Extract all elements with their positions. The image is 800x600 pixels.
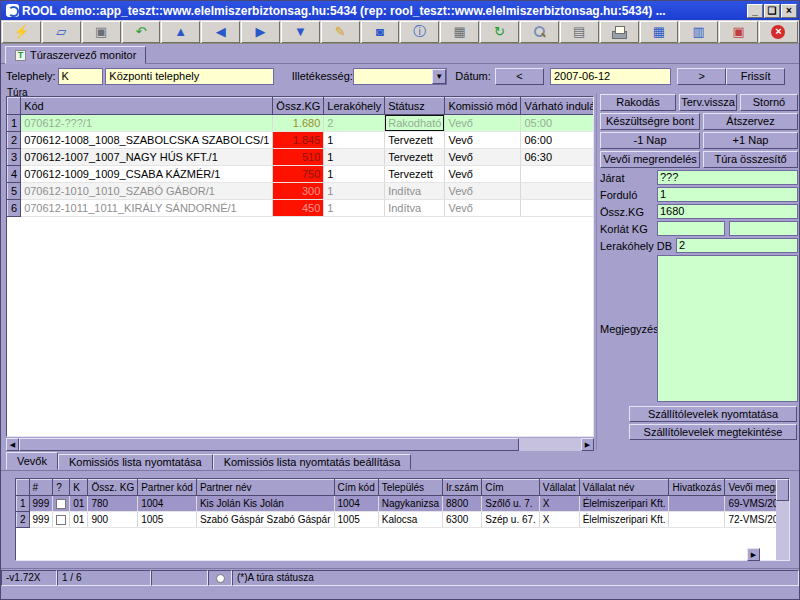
toolbar-button[interactable]: ◙: [361, 21, 400, 43]
tura-row[interactable]: 1 070612-???/1 1.680 2 Rakodható Vevő 05…: [8, 115, 595, 132]
col-cim[interactable]: Cím: [482, 480, 540, 496]
toolbar-button[interactable]: ▼: [281, 21, 320, 43]
lerakohely-db-field[interactable]: 2: [676, 238, 798, 253]
terv-vissza-button[interactable]: Terv.vissza: [679, 94, 737, 111]
toolbar-button[interactable]: ▲: [161, 21, 200, 43]
toolbar-button[interactable]: ×: [759, 21, 798, 43]
toolbar-button[interactable]: [520, 21, 559, 43]
col-lerakohely[interactable]: Lerakóhely: [324, 98, 385, 115]
col-partner-nev[interactable]: Partner név: [196, 480, 334, 496]
megjegyzes-textarea[interactable]: [657, 255, 798, 402]
vevok-row[interactable]: 2 999 01 900 1005 Szabó Gáspár Szabó Gás…: [17, 512, 777, 528]
telephely-name-input[interactable]: Központi telephely: [105, 68, 273, 85]
tura-row[interactable]: 2 070612-1008_1008_SZABOLCSKA SZABOLCS/1…: [8, 132, 595, 149]
scroll-right-icon[interactable]: ▶: [581, 438, 594, 451]
maximize-button[interactable]: ❏: [764, 4, 780, 18]
toolbar-button[interactable]: ▱: [42, 21, 81, 43]
toolbar-button[interactable]: ▦: [640, 21, 679, 43]
hscroll-track[interactable]: [519, 438, 581, 451]
toolbar-button[interactable]: ⓘ: [400, 21, 439, 43]
date-prev-button[interactable]: <: [495, 68, 544, 85]
toolbar-button[interactable]: ⚡: [2, 21, 41, 43]
toolbar: ⚡ ▱ ▣ ↶ ▲ ◀ ▶ ▼ ✎ ◙: [1, 20, 799, 44]
tab-komissios-lista-nyomtatas-beallitasa[interactable]: Komissiós lista nyomtatás beállítása: [213, 454, 412, 470]
col-question[interactable]: ?: [53, 480, 70, 496]
toolbar-button[interactable]: ▣: [82, 21, 121, 43]
hscroll-thumb[interactable]: [19, 438, 519, 451]
toolbar-button[interactable]: ▦: [440, 21, 479, 43]
col-hash[interactable]: #: [29, 480, 53, 496]
chevron-down-icon[interactable]: ▼: [432, 69, 446, 84]
vevok-row[interactable]: 1 999 01 780 1004 Kis Jolán Kis Jolán 10…: [17, 496, 777, 512]
row-checkbox[interactable]: [56, 499, 66, 509]
col-cim-kod[interactable]: Cím kód: [334, 480, 378, 496]
toolbar-button[interactable]: ▤: [560, 21, 599, 43]
illetekesseg-select[interactable]: ▼: [353, 68, 447, 85]
close-button[interactable]: ×: [781, 4, 797, 18]
telephely-code-input[interactable]: K: [58, 68, 104, 85]
korlat-kg-field-2[interactable]: [729, 221, 798, 236]
keszultsegre-bont-button[interactable]: Készültségre bont: [600, 113, 700, 130]
radio-icon: [216, 574, 225, 583]
col-vevoi-megrendeles-biz-szam[interactable]: Vevői megrendelés biz.szám: [725, 480, 776, 496]
info-icon: ⓘ: [413, 25, 426, 39]
tura-row[interactable]: 6 070612-1011_1011_KIRÁLY SÁNDORNÉ/1 450…: [8, 200, 595, 217]
col-ossz-kg[interactable]: Össz. KG: [88, 480, 138, 496]
row-checkbox[interactable]: [56, 515, 66, 525]
col-partner-kod[interactable]: Partner kód: [138, 480, 197, 496]
open-folder-icon: ▱: [56, 25, 66, 39]
tura-header-row: Kód Össz.KG Lerakóhely Státusz Komissió …: [8, 98, 595, 115]
tura-osszesito-button[interactable]: Túra összesítő: [703, 151, 798, 168]
korlat-kg-field-1[interactable]: [657, 221, 725, 236]
date-input[interactable]: 2007-06-12: [550, 68, 671, 85]
col-irszam[interactable]: Ir.szám: [443, 480, 482, 496]
vevoi-megrendeles-button[interactable]: Vevői megrendelés: [600, 151, 700, 168]
szallitolevelek-nyomtatasa-button[interactable]: Szállítólevelek nyomtatása: [629, 406, 797, 422]
col-vallalat[interactable]: Vállalat: [539, 480, 579, 496]
tura-row[interactable]: 4 070612-1009_1009_CSABA KÁZMÉR/1 750 1 …: [8, 166, 595, 183]
status-radio[interactable]: [208, 570, 232, 586]
tab-vevok[interactable]: Vevők: [6, 452, 58, 470]
storno-button[interactable]: Stornó: [740, 94, 798, 111]
toolbar-button[interactable]: ▶: [241, 21, 280, 43]
col-telepules[interactable]: Település: [378, 480, 442, 496]
col-varhato[interactable]: Várható indulás: [521, 98, 594, 115]
tura-row[interactable]: 5 070612-1010_1010_SZABÓ GÁBOR/1 300 1 I…: [8, 183, 595, 200]
date-next-button[interactable]: >: [677, 68, 726, 85]
fordulo-field[interactable]: 1: [657, 187, 798, 202]
search-icon: [533, 25, 546, 38]
toolbar-button[interactable]: [600, 21, 639, 43]
bottom-scroll-right-icon[interactable]: ▶: [747, 548, 760, 561]
rakodas-inditas-button[interactable]: Rakodás indítás: [600, 94, 676, 111]
plus-1-nap-button[interactable]: +1 Nap: [703, 132, 798, 149]
vevok-header-row: # ? K Össz. KG Partner kód Partner név C…: [17, 480, 777, 496]
osszkg-field[interactable]: 1680: [657, 204, 798, 219]
bottom-vscrollbar[interactable]: [776, 479, 789, 560]
first-record-icon: ▲: [174, 25, 187, 39]
toolbar-button[interactable]: ▣: [719, 21, 758, 43]
minimize-button[interactable]: _: [747, 4, 763, 18]
toolbar-button[interactable]: ▥: [679, 21, 718, 43]
toolbar-button[interactable]: ◀: [201, 21, 240, 43]
col-statusz[interactable]: Státusz: [385, 98, 445, 115]
scroll-left-icon[interactable]: ◀: [6, 438, 19, 451]
toolbar-button[interactable]: ✎: [321, 21, 360, 43]
tura-row[interactable]: 3 070612-1007_1007_NAGY HÚS KFT./1 510 1…: [8, 149, 595, 166]
szallitolevelek-megtekintese-button[interactable]: Szállítólevelek megtekintése: [629, 424, 797, 440]
toolbar-button[interactable]: ↻: [480, 21, 519, 43]
col-osszkg[interactable]: Össz.KG: [273, 98, 324, 115]
minus-1-nap-button[interactable]: -1 Nap: [600, 132, 700, 149]
col-k[interactable]: K: [70, 480, 88, 496]
refresh-button[interactable]: Frissít: [726, 68, 785, 85]
jarat-field[interactable]: ???: [657, 170, 798, 185]
atszervez-button[interactable]: Átszervez: [703, 113, 798, 130]
tab-komissios-lista-nyomtatasa[interactable]: Komissiós lista nyomtatása: [58, 454, 213, 470]
toolbar-button[interactable]: ↶: [122, 21, 161, 43]
col-komissio[interactable]: Komissió mód: [445, 98, 521, 115]
col-hivatkozas[interactable]: Hivatkozás: [669, 480, 725, 496]
tab-turaszervezo-monitor[interactable]: T Túraszervező monitor: [5, 46, 146, 64]
col-kod[interactable]: Kód: [21, 98, 273, 115]
col-vallalat-nev[interactable]: Vállalat név: [579, 480, 669, 496]
edit-icon: ✎: [335, 25, 346, 39]
vscroll-thumb[interactable]: [776, 479, 789, 501]
